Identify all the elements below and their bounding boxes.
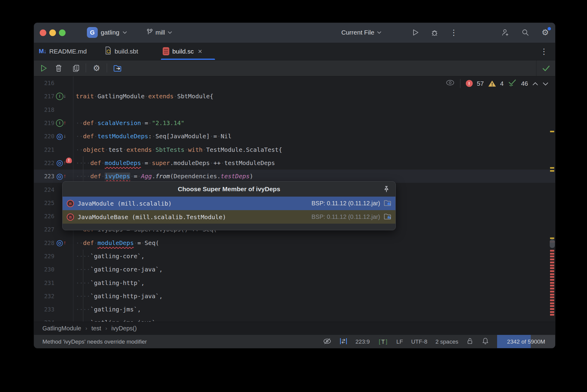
error-stripe-mark[interactable] [550,262,554,263]
run-configuration-selector[interactable]: Current File [341,27,382,38]
error-stripe-mark[interactable] [550,314,554,316]
code-line-233[interactable]: 233····`gatling-jms`, [34,303,555,316]
tab-build-sc[interactable]: build.sc × [161,43,215,60]
error-intention-bulb-icon[interactable]: ! [66,158,72,165]
tab-build-sbt[interactable]: build.sbt [103,43,140,60]
code-line-217[interactable]: 217I↓trait·GatlingModule·extends·SbtModu… [34,90,555,103]
error-stripe-mark[interactable] [550,256,554,257]
warning-count-icon [488,80,496,87]
error-stripe-mark[interactable] [550,279,554,281]
code-editor[interactable]: 216217I↓trait·GatlingModule·extends·SbtM… [34,76,555,322]
indent-setting[interactable]: 2 spaces [435,338,458,345]
type-aware-highlighting-badge[interactable]: [T] [378,338,388,345]
warning-stripe-mark[interactable] [550,237,554,239]
error-stripe-mark[interactable] [550,253,554,255]
highlighting-off-eye-slash-icon[interactable] [323,338,331,346]
next-problem-chevron-down-icon[interactable] [542,80,549,87]
error-stripe-mark[interactable] [550,291,554,292]
code-line-220[interactable]: 220◎↓··def·testModuleDeps:·Seq[JavaModul… [34,130,555,143]
error-stripe-mark[interactable] [550,259,554,260]
override-marker-icon[interactable]: ◎ [56,133,63,140]
warning-stripe-mark[interactable] [550,170,554,172]
previous-problem-chevron-up-icon[interactable] [532,80,538,87]
gutter: I↓ [54,90,73,103]
chevron-down-icon [377,31,382,34]
copy-button[interactable] [71,63,81,73]
error-stripe-mark[interactable] [550,282,554,284]
breadcrumb-item[interactable]: ivyDeps() [111,325,137,332]
code-line-234[interactable]: 234····`gatling-jms-java`, [34,316,555,322]
code-line-230[interactable]: 230····`gatling-core-java`, [34,263,555,276]
error-stripe-mark[interactable] [550,288,554,289]
code-line-218[interactable]: 218 [34,103,555,116]
breadcrumb-item[interactable]: test [91,325,101,332]
tab-readme-md[interactable]: M↓ README.md [37,43,89,60]
scrollbar-thumb[interactable] [550,239,555,248]
error-stripe-mark[interactable] [550,294,554,296]
preview-eye-icon[interactable] [446,79,455,87]
override-marker-icon[interactable]: ◎ [56,159,63,167]
implemented-marker-icon[interactable]: I [56,93,63,100]
breadcrumb[interactable]: GatlingModule›test›ivyDeps() [34,322,555,335]
unlocked-padlock-icon[interactable] [466,337,474,347]
code-line-229[interactable]: 229····`gatling-core`, [34,250,555,263]
close-tab-icon[interactable]: × [198,47,202,56]
close-window-button[interactable] [40,29,46,36]
error-stripe-mark[interactable] [550,276,554,278]
code-line-222[interactable]: 222◎↑!····def·moduleDeps·=·super.moduleD… [34,156,555,170]
error-stripe-mark[interactable] [550,311,554,313]
popup-row-2[interactable]: mJavaModuleBase (mill.scalalib.TestModul… [63,210,395,224]
error-stripe-mark[interactable] [550,308,554,310]
override-marker-icon[interactable]: ◎ [56,239,63,247]
warning-count: 4 [500,80,504,87]
code-line-232[interactable]: 232····`gatling-http-java`, [34,289,555,303]
code-line-231[interactable]: 231····`gatling-http`, [34,276,555,289]
analysis-ok-check-icon[interactable] [541,63,551,73]
line-ending[interactable]: LF [396,338,403,345]
memory-indicator[interactable]: 2342 of 5900M [497,335,555,348]
zoom-window-button[interactable] [59,29,66,36]
error-stripe-mark[interactable] [550,270,554,272]
error-stripe-mark[interactable] [550,296,554,298]
minimize-window-button[interactable] [49,29,56,36]
inspections-widget[interactable]: ! 57 4 46 [446,79,549,88]
vcs-branch-widget[interactable]: mill [146,27,172,38]
override-marker-icon[interactable]: ◎ [56,173,63,180]
open-in-project-folder-button[interactable] [113,63,122,73]
notifications-bell-icon[interactable] [482,337,489,347]
error-stripe-scrollbar[interactable] [549,76,555,322]
run-script-button[interactable] [39,63,48,73]
code-line-228[interactable]: 228◎↑··def·moduleDeps·=·Seq( [34,236,555,250]
error-stripe-mark[interactable] [550,299,554,301]
error-stripe-mark[interactable] [550,265,554,266]
error-stripe-mark[interactable] [550,267,554,269]
breadcrumb-item[interactable]: GatlingModule [42,325,81,332]
implemented-marker-icon[interactable]: I [56,119,63,127]
error-stripe-mark[interactable] [550,273,554,275]
line-number: 224 [34,186,54,193]
caret-position[interactable]: 223:9 [355,338,370,345]
code-line-221[interactable]: 221··object·test·extends·SbtTests·with·T… [34,143,555,156]
warning-stripe-mark[interactable] [550,131,554,132]
debug-button[interactable] [430,28,439,37]
error-stripe-mark[interactable] [550,305,554,307]
delete-button[interactable] [54,63,63,73]
script-settings-gear-icon[interactable]: ⚙ [92,63,101,73]
run-button[interactable] [410,28,420,37]
more-actions-kebab-icon[interactable]: ⋮ [449,28,459,37]
popup-row-1[interactable]: mJavaModule (mill.scalalib)BSP: 0.11.12 … [63,197,395,210]
code-line-223[interactable]: 223◎↑····def·ivyDeps·=·Agg.from(Dependen… [34,170,555,183]
error-stripe-mark[interactable] [550,285,554,286]
tab-options-kebab-icon[interactable]: ⋮ [540,47,548,56]
pin-icon[interactable] [383,185,389,194]
file-encoding[interactable]: UTF-8 [411,338,427,345]
indent-sync-icon[interactable] [340,338,347,346]
warning-stripe-mark[interactable] [550,167,554,169]
search-everywhere-button[interactable] [521,28,530,37]
error-stripe-mark[interactable] [550,250,554,252]
code-line-219[interactable]: 219I↑··def·scalaVersion·=·"2.13.14" [34,116,555,130]
code-with-me-add-user-button[interactable] [501,28,510,37]
settings-gear-icon[interactable]: ⚙ [540,28,550,37]
project-widget[interactable]: G gatling [87,27,127,38]
error-stripe-mark[interactable] [550,302,554,304]
